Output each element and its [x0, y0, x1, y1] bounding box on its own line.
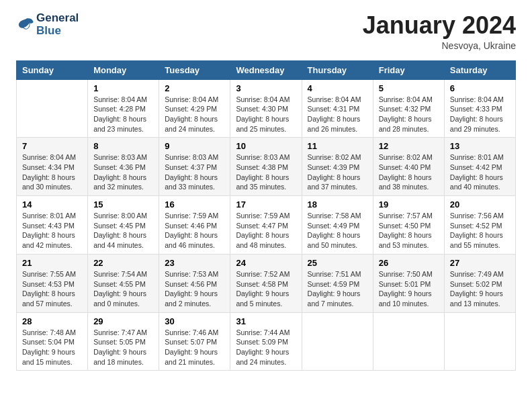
- day-info: Sunrise: 8:01 AMSunset: 4:43 PMDaylight:…: [22, 211, 82, 250]
- day-number: 25: [308, 258, 367, 268]
- calendar-day-header: Thursday: [302, 60, 373, 79]
- day-number: 23: [165, 258, 224, 268]
- calendar-cell: 30Sunrise: 7:46 AMSunset: 5:07 PMDayligh…: [159, 312, 230, 371]
- calendar-cell: 9Sunrise: 8:03 AMSunset: 4:37 PMDaylight…: [159, 138, 230, 196]
- day-info: Sunrise: 8:00 AMSunset: 4:45 PMDaylight:…: [93, 211, 153, 250]
- day-number: 27: [450, 258, 510, 268]
- day-info: Sunrise: 7:57 AMSunset: 4:50 PMDaylight:…: [379, 211, 439, 250]
- day-info: Sunrise: 8:01 AMSunset: 4:42 PMDaylight:…: [450, 152, 510, 192]
- calendar-cell: [444, 312, 515, 371]
- day-info: Sunrise: 8:03 AMSunset: 4:37 PMDaylight:…: [165, 152, 224, 192]
- calendar-cell: 24Sunrise: 7:52 AMSunset: 4:58 PMDayligh…: [230, 254, 302, 312]
- day-info: Sunrise: 7:48 AMSunset: 5:04 PMDaylight:…: [22, 328, 82, 367]
- calendar-cell: [302, 312, 373, 371]
- day-number: 2: [165, 83, 224, 93]
- day-info: Sunrise: 7:54 AMSunset: 4:55 PMDaylight:…: [93, 269, 153, 309]
- day-number: 6: [450, 83, 510, 93]
- day-info: Sunrise: 7:47 AMSunset: 5:05 PMDaylight:…: [93, 328, 153, 367]
- day-number: 31: [236, 316, 296, 326]
- day-info: Sunrise: 7:44 AMSunset: 5:09 PMDaylight:…: [236, 328, 296, 367]
- day-info: Sunrise: 7:59 AMSunset: 4:47 PMDaylight:…: [236, 211, 296, 250]
- day-number: 29: [93, 316, 153, 326]
- calendar-week-row: 14Sunrise: 8:01 AMSunset: 4:43 PMDayligh…: [17, 196, 516, 255]
- day-number: 22: [93, 258, 153, 268]
- calendar-cell: 29Sunrise: 7:47 AMSunset: 5:05 PMDayligh…: [88, 312, 159, 371]
- day-info: Sunrise: 8:04 AMSunset: 4:34 PMDaylight:…: [22, 152, 82, 192]
- calendar-cell: 26Sunrise: 7:50 AMSunset: 5:01 PMDayligh…: [373, 254, 444, 312]
- day-info: Sunrise: 7:49 AMSunset: 5:02 PMDaylight:…: [450, 269, 510, 309]
- day-number: 18: [308, 199, 367, 210]
- calendar-cell: 6Sunrise: 8:04 AMSunset: 4:33 PMDaylight…: [444, 79, 515, 138]
- day-number: 20: [450, 199, 510, 210]
- calendar-cell: 5Sunrise: 8:04 AMSunset: 4:32 PMDaylight…: [373, 79, 444, 138]
- day-info: Sunrise: 8:04 AMSunset: 4:31 PMDaylight:…: [308, 95, 367, 134]
- page-container: General Blue January 2024 Nesvoya, Ukrai…: [0, 0, 532, 377]
- calendar-cell: 18Sunrise: 7:58 AMSunset: 4:49 PMDayligh…: [302, 196, 373, 255]
- day-info: Sunrise: 8:04 AMSunset: 4:28 PMDaylight:…: [93, 95, 153, 134]
- calendar-cell: 11Sunrise: 8:02 AMSunset: 4:39 PMDayligh…: [302, 138, 373, 196]
- calendar-cell: 15Sunrise: 8:00 AMSunset: 4:45 PMDayligh…: [88, 196, 159, 255]
- day-number: 13: [450, 141, 510, 151]
- day-info: Sunrise: 7:51 AMSunset: 4:59 PMDaylight:…: [308, 269, 367, 309]
- calendar-week-row: 28Sunrise: 7:48 AMSunset: 5:04 PMDayligh…: [17, 312, 516, 371]
- day-number: 17: [236, 199, 296, 210]
- day-number: 3: [236, 83, 296, 93]
- logo-line1: General: [36, 12, 79, 25]
- day-info: Sunrise: 7:55 AMSunset: 4:53 PMDaylight:…: [22, 269, 82, 309]
- day-info: Sunrise: 7:56 AMSunset: 4:52 PMDaylight:…: [450, 211, 510, 250]
- day-info: Sunrise: 8:02 AMSunset: 4:39 PMDaylight:…: [308, 152, 367, 192]
- day-number: 12: [379, 141, 439, 151]
- day-number: 9: [165, 141, 224, 151]
- calendar-cell: 16Sunrise: 7:59 AMSunset: 4:46 PMDayligh…: [159, 196, 230, 255]
- calendar-cell: 31Sunrise: 7:44 AMSunset: 5:09 PMDayligh…: [230, 312, 302, 371]
- calendar-cell: 17Sunrise: 7:59 AMSunset: 4:47 PMDayligh…: [230, 196, 302, 255]
- calendar-cell: 2Sunrise: 8:04 AMSunset: 4:29 PMDaylight…: [159, 79, 230, 138]
- day-info: Sunrise: 7:50 AMSunset: 5:01 PMDaylight:…: [379, 269, 439, 309]
- calendar-cell: 13Sunrise: 8:01 AMSunset: 4:42 PMDayligh…: [444, 138, 515, 196]
- calendar-week-row: 1Sunrise: 8:04 AMSunset: 4:28 PMDaylight…: [17, 79, 516, 138]
- calendar-day-header: Sunday: [17, 60, 88, 79]
- calendar-cell: 20Sunrise: 7:56 AMSunset: 4:52 PMDayligh…: [444, 196, 515, 255]
- day-number: 15: [93, 199, 153, 210]
- calendar-cell: 4Sunrise: 8:04 AMSunset: 4:31 PMDaylight…: [302, 79, 373, 138]
- calendar-cell: 19Sunrise: 7:57 AMSunset: 4:50 PMDayligh…: [373, 196, 444, 255]
- calendar-cell: 8Sunrise: 8:03 AMSunset: 4:36 PMDaylight…: [88, 138, 159, 196]
- day-info: Sunrise: 8:03 AMSunset: 4:38 PMDaylight:…: [236, 152, 296, 192]
- day-info: Sunrise: 8:03 AMSunset: 4:36 PMDaylight:…: [93, 152, 153, 192]
- calendar-cell: 21Sunrise: 7:55 AMSunset: 4:53 PMDayligh…: [17, 254, 88, 312]
- calendar-cell: 23Sunrise: 7:53 AMSunset: 4:56 PMDayligh…: [159, 254, 230, 312]
- day-number: 28: [22, 316, 82, 326]
- logo-icon: [16, 15, 35, 34]
- day-number: 24: [236, 258, 296, 268]
- calendar-header-row: SundayMondayTuesdayWednesdayThursdayFrid…: [17, 60, 516, 79]
- day-info: Sunrise: 7:59 AMSunset: 4:46 PMDaylight:…: [165, 211, 224, 250]
- calendar-cell: 12Sunrise: 8:02 AMSunset: 4:40 PMDayligh…: [373, 138, 444, 196]
- calendar-cell: 25Sunrise: 7:51 AMSunset: 4:59 PMDayligh…: [302, 254, 373, 312]
- calendar-day-header: Saturday: [444, 60, 515, 79]
- day-number: 5: [379, 83, 439, 93]
- day-number: 14: [22, 199, 82, 210]
- title-block: January 2024 Nesvoya, Ukraine: [363, 12, 516, 51]
- header: General Blue January 2024 Nesvoya, Ukrai…: [16, 12, 516, 51]
- calendar-cell: [17, 79, 88, 138]
- day-number: 4: [308, 83, 367, 93]
- calendar-day-header: Wednesday: [230, 60, 302, 79]
- day-number: 1: [93, 83, 153, 93]
- calendar-cell: [373, 312, 444, 371]
- calendar-table: SundayMondayTuesdayWednesdayThursdayFrid…: [16, 60, 516, 371]
- calendar-week-row: 7Sunrise: 8:04 AMSunset: 4:34 PMDaylight…: [17, 138, 516, 196]
- day-info: Sunrise: 7:53 AMSunset: 4:56 PMDaylight:…: [165, 269, 224, 309]
- calendar-day-header: Monday: [88, 60, 159, 79]
- calendar-cell: 1Sunrise: 8:04 AMSunset: 4:28 PMDaylight…: [88, 79, 159, 138]
- day-number: 26: [379, 258, 439, 268]
- day-number: 21: [22, 258, 82, 268]
- day-info: Sunrise: 8:04 AMSunset: 4:33 PMDaylight:…: [450, 95, 510, 134]
- calendar-cell: 7Sunrise: 8:04 AMSunset: 4:34 PMDaylight…: [17, 138, 88, 196]
- location: Nesvoya, Ukraine: [363, 40, 516, 51]
- day-number: 7: [22, 141, 82, 151]
- day-info: Sunrise: 7:52 AMSunset: 4:58 PMDaylight:…: [236, 269, 296, 309]
- calendar-cell: 10Sunrise: 8:03 AMSunset: 4:38 PMDayligh…: [230, 138, 302, 196]
- calendar-week-row: 21Sunrise: 7:55 AMSunset: 4:53 PMDayligh…: [17, 254, 516, 312]
- day-number: 11: [308, 141, 367, 151]
- day-info: Sunrise: 8:04 AMSunset: 4:29 PMDaylight:…: [165, 95, 224, 134]
